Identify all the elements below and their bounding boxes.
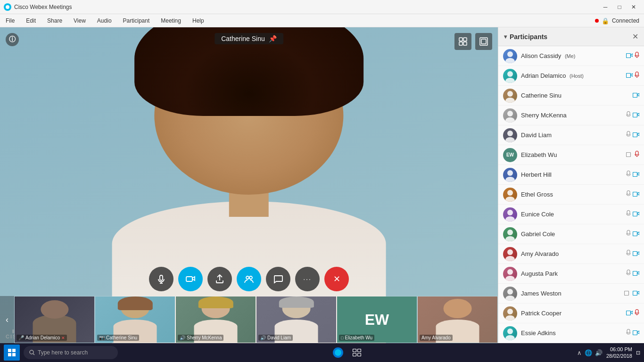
participant-item[interactable]: EW Elizabeth Wu	[498, 145, 644, 165]
share-button[interactable]	[207, 267, 232, 291]
menu-meeting[interactable]: Meeting	[159, 16, 183, 25]
participant-item[interactable]: Catherine Sinu	[498, 86, 644, 106]
avatar	[503, 69, 517, 83]
participant-item[interactable]: Herbert Hill	[498, 165, 644, 185]
svg-rect-34	[636, 151, 638, 155]
participant-name: Patrick Cooper	[521, 310, 626, 317]
svg-point-29	[507, 131, 513, 136]
video-icon	[633, 92, 639, 99]
participant-item[interactable]: Ethel Gross	[498, 185, 644, 205]
end-call-button[interactable]: ✕	[324, 267, 349, 291]
menu-edit[interactable]: Edit	[24, 16, 38, 25]
title-bar-left: Cisco Webex Meetings	[4, 3, 72, 11]
participant-item[interactable]: Sherry McKenna	[498, 106, 644, 125]
app-title: Cisco Webex Meetings	[14, 4, 72, 10]
participant-icons	[633, 92, 639, 99]
thumb-label: 🔊 David Liam	[258, 335, 293, 341]
svg-point-56	[507, 269, 513, 275]
task-view-button[interactable]	[348, 344, 365, 361]
mute-button[interactable]	[149, 267, 173, 291]
network-icon[interactable]: 🌐	[585, 349, 592, 356]
thumb-prev-button[interactable]: ‹	[0, 296, 14, 343]
menu-help[interactable]: Help	[190, 16, 206, 25]
video-icon	[633, 230, 639, 238]
participant-icons	[626, 52, 639, 60]
mic-off-icon	[626, 190, 631, 198]
svg-point-40	[507, 190, 513, 196]
minimize-button[interactable]: ─	[599, 2, 612, 12]
chevron-up-icon[interactable]: ∧	[577, 349, 582, 356]
svg-point-18	[505, 78, 515, 83]
sync-button[interactable]	[475, 33, 492, 50]
svg-rect-9	[186, 277, 192, 281]
clock[interactable]: 06:00 PM 28/02/2018	[606, 346, 632, 360]
menu-file[interactable]: File	[4, 16, 17, 25]
participant-item[interactable]: David Liam	[498, 125, 644, 145]
search-box[interactable]: Type here to search	[24, 346, 118, 359]
video-icon	[633, 132, 639, 139]
svg-rect-31	[627, 132, 630, 135]
participant-item[interactable]: Patrick Cooper	[498, 304, 644, 323]
thumbnail-item[interactable]: 🔊 Sherry McKenna	[175, 296, 256, 343]
pin-icon[interactable]: 📌	[269, 35, 277, 42]
thumb-video-icon: □	[341, 336, 343, 340]
avatar	[503, 188, 517, 202]
app-logo	[4, 3, 11, 11]
svg-point-61	[505, 296, 515, 301]
me-badge: (Me)	[565, 53, 576, 59]
svg-rect-78	[12, 349, 16, 352]
participant-name: Herbert Hill	[521, 171, 626, 178]
thumb-mic-icon: 🎤	[18, 335, 24, 340]
menu-share[interactable]: Share	[45, 16, 64, 25]
participant-item[interactable]: Adrian Delamico (Host)	[498, 66, 644, 86]
info-button[interactable]: ⓘ	[6, 33, 19, 46]
menu-bar: File Edit Share View Audio Participant M…	[0, 14, 644, 27]
more-button[interactable]: ···	[295, 267, 320, 291]
panel-close-button[interactable]: ✕	[632, 32, 638, 41]
video-button[interactable]	[178, 267, 203, 291]
svg-rect-14	[627, 54, 631, 58]
svg-rect-84	[357, 349, 361, 352]
participant-item[interactable]: Essie Adkins	[498, 323, 644, 343]
svg-rect-59	[633, 272, 637, 276]
svg-rect-32	[633, 133, 637, 137]
participants-button[interactable]	[237, 267, 261, 291]
thumbnail-item[interactable]: Amy Alvarado	[417, 296, 498, 343]
chat-button[interactable]	[266, 267, 290, 291]
menu-view[interactable]: View	[72, 16, 88, 25]
participant-item[interactable]: Alison Cassidy (Me)	[498, 46, 644, 66]
svg-point-10	[246, 276, 249, 279]
clock-time: 06:00 PM	[606, 346, 632, 353]
participant-item[interactable]: Gabriel Cole	[498, 224, 644, 244]
participant-item[interactable]: Amy Alvarado	[498, 244, 644, 264]
menu-participant[interactable]: Participant	[121, 16, 152, 25]
cortana-button[interactable]	[330, 344, 347, 361]
thumbnail-item[interactable]: 📷 Catherine Sinu	[95, 296, 175, 343]
svg-rect-20	[636, 72, 638, 76]
svg-point-17	[507, 71, 513, 77]
participant-name: Augusta Park	[521, 270, 626, 277]
start-button[interactable]	[4, 345, 20, 361]
thumbnail-item[interactable]: EW □ Elizabeth Wu	[337, 296, 417, 343]
thumbnail-item[interactable]: 🔊 David Liam	[256, 296, 337, 343]
participant-icons	[626, 151, 639, 159]
volume-icon[interactable]: 🔊	[595, 349, 603, 356]
participant-item[interactable]: James Weston	[498, 284, 644, 304]
mic-active-icon	[635, 52, 639, 60]
participant-item[interactable]: Eunice Cole	[498, 205, 644, 224]
record-indicator	[595, 19, 599, 23]
close-button[interactable]: ✕	[627, 2, 640, 12]
maximize-button[interactable]: □	[613, 2, 626, 12]
chevron-icon: ▾	[504, 33, 507, 40]
svg-point-49	[505, 236, 515, 241]
menu-audio[interactable]: Audio	[95, 16, 114, 25]
participant-item[interactable]: Augusta Park	[498, 264, 644, 284]
svg-point-22	[507, 91, 513, 97]
taskbar: Type here to search ∧ 🌐 🔊 06:00 PM 28/02…	[0, 343, 644, 362]
layout-button[interactable]	[454, 33, 471, 50]
speaker-badge: Catherine Sinu 📌	[215, 33, 283, 44]
thumb-label: Amy Alvarado	[420, 335, 453, 341]
thumbnail-item[interactable]: 🎤 Adrian Delamico ✕	[14, 296, 95, 343]
participant-icons	[626, 171, 639, 179]
notification-icon[interactable]: ⊡	[636, 350, 640, 356]
